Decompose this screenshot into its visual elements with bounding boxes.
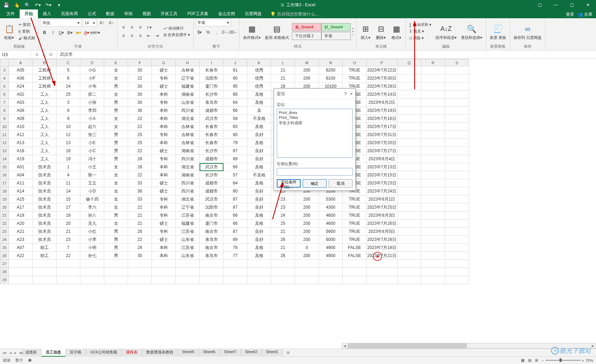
- font-color-button[interactable]: A▾: [83, 29, 91, 36]
- cell[interactable]: 4900: [319, 244, 343, 252]
- tab-home[interactable]: 开始: [20, 9, 38, 18]
- cell[interactable]: 硕士: [152, 187, 176, 195]
- cell[interactable]: 66: [223, 90, 247, 99]
- column-header[interactable]: D: [80, 59, 104, 66]
- cell[interactable]: [397, 236, 421, 244]
- cell[interactable]: 男: [104, 131, 128, 139]
- cell[interactable]: 良好: [247, 155, 271, 163]
- cell[interactable]: [104, 260, 128, 268]
- cell[interactable]: [397, 107, 421, 115]
- cell[interactable]: 南京市: [200, 211, 223, 220]
- cell[interactable]: TRUE: [343, 195, 367, 203]
- column-header[interactable]: N: [319, 59, 343, 66]
- row-header[interactable]: 10: [0, 123, 9, 131]
- cell[interactable]: 男: [104, 147, 128, 155]
- cell[interactable]: 4: [56, 171, 80, 179]
- cell[interactable]: 武汉市: [200, 195, 223, 203]
- accept-formula-icon[interactable]: ✓: [41, 52, 47, 57]
- cell[interactable]: A24: [9, 82, 33, 90]
- cell[interactable]: 200: [295, 228, 319, 236]
- cell[interactable]: 0: [295, 244, 319, 252]
- cell[interactable]: 良好: [247, 187, 271, 195]
- cell[interactable]: [421, 244, 445, 252]
- cut-button[interactable]: ✂ 剪切: [18, 22, 36, 28]
- cell[interactable]: 200: [295, 236, 319, 244]
- cell[interactable]: 小韦: [80, 82, 104, 90]
- zoom-in-icon[interactable]: +: [582, 358, 584, 363]
- cell[interactable]: [104, 268, 128, 276]
- cell[interactable]: 11: [56, 179, 80, 187]
- cell[interactable]: [445, 276, 469, 284]
- cell[interactable]: A20: [9, 220, 33, 228]
- row-header[interactable]: 12: [0, 139, 9, 147]
- row-header[interactable]: 28: [0, 268, 9, 276]
- cell[interactable]: 79: [223, 139, 247, 147]
- cell[interactable]: [152, 268, 176, 276]
- formula-bar[interactable]: 武汉市: [57, 51, 596, 58]
- cell[interactable]: 助工: [33, 244, 56, 252]
- cell[interactable]: [200, 276, 223, 284]
- cell[interactable]: [445, 82, 469, 90]
- column-header[interactable]: B: [33, 59, 56, 66]
- cell[interactable]: 专科: [152, 74, 176, 82]
- cell[interactable]: [421, 252, 445, 260]
- cell[interactable]: [397, 74, 421, 82]
- cell[interactable]: 辽宁省: [176, 74, 200, 82]
- cell[interactable]: 200: [295, 74, 319, 82]
- tab-nav-next-icon[interactable]: ▸: [13, 350, 18, 355]
- cell[interactable]: 湖南省: [176, 147, 200, 155]
- cell[interactable]: 王五: [80, 179, 104, 187]
- cell[interactable]: A07: [9, 244, 33, 252]
- row-header[interactable]: 4: [0, 74, 9, 82]
- cell[interactable]: [319, 268, 343, 276]
- dialog-help-icon[interactable]: ?: [344, 92, 347, 96]
- cell[interactable]: [223, 268, 247, 276]
- cell[interactable]: 赵六: [80, 123, 104, 131]
- cell[interactable]: 21: [271, 74, 295, 82]
- cell[interactable]: 四川省: [176, 179, 200, 187]
- row-header[interactable]: 29: [0, 276, 9, 284]
- cell[interactable]: 本科: [152, 244, 176, 252]
- sheet-tab[interactable]: XXX公司销售额: [86, 349, 122, 357]
- cell[interactable]: [128, 276, 152, 284]
- cell[interactable]: 工程师: [33, 66, 56, 74]
- cell[interactable]: 22: [128, 203, 152, 211]
- goto-list[interactable]: Print_Area Print_Titles 学生主科成绩: [277, 109, 353, 158]
- cell[interactable]: 4600: [319, 220, 343, 228]
- format-cells-button[interactable]: ▦格式▾: [389, 23, 403, 40]
- cell[interactable]: 及格: [247, 211, 271, 220]
- cell[interactable]: 吉林省: [176, 131, 200, 139]
- cell[interactable]: A01: [9, 163, 33, 171]
- cell[interactable]: [367, 260, 397, 268]
- cell[interactable]: A02: [9, 90, 33, 99]
- cell[interactable]: A23: [9, 236, 33, 244]
- align-left-icon[interactable]: ≡: [120, 32, 127, 40]
- cell[interactable]: 22: [56, 252, 80, 260]
- autosum-button[interactable]: ∑ 自动求和 ▾: [408, 22, 433, 28]
- cell[interactable]: [397, 163, 421, 171]
- column-header[interactable]: O: [343, 59, 367, 66]
- cell[interactable]: 青岛市: [200, 99, 223, 107]
- cell[interactable]: 良好: [247, 228, 271, 236]
- cell[interactable]: 男: [104, 82, 128, 90]
- cell[interactable]: 24: [56, 82, 80, 90]
- cell[interactable]: 湖北省: [176, 195, 200, 203]
- cell[interactable]: 2023年7月26日: [367, 220, 397, 228]
- cell[interactable]: 良好: [247, 236, 271, 244]
- cell[interactable]: [9, 260, 33, 268]
- cell[interactable]: 4900: [319, 252, 343, 260]
- view-normal-icon[interactable]: ▦: [521, 358, 524, 363]
- cell[interactable]: 湖北省: [176, 115, 200, 123]
- cell[interactable]: 80: [223, 131, 247, 139]
- cell[interactable]: 长春市: [200, 66, 223, 74]
- row-header[interactable]: 22: [0, 220, 9, 228]
- cell[interactable]: A08: [9, 107, 33, 115]
- cell[interactable]: [247, 268, 271, 276]
- cell[interactable]: 2023年7月13日: [367, 163, 397, 171]
- cell[interactable]: A13: [9, 139, 33, 147]
- cell[interactable]: [247, 260, 271, 268]
- cell[interactable]: [445, 147, 469, 155]
- style-normal[interactable]: 常规: [321, 32, 351, 40]
- row-header[interactable]: 17: [0, 179, 9, 187]
- cell[interactable]: 2023年7月27日: [367, 147, 397, 155]
